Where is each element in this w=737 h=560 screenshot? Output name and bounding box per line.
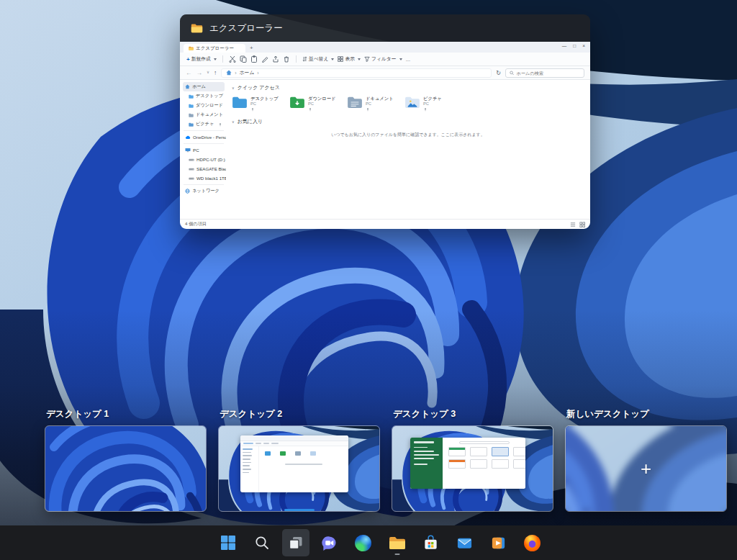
drive-icon: [189, 167, 194, 171]
divider: [222, 55, 223, 63]
pin-icon: [423, 107, 428, 112]
desktop-1-label: デスクトップ 1: [46, 408, 207, 420]
explorer-tab-bar: エクスプローラー + — □ ×: [180, 42, 590, 53]
running-indicator: [394, 554, 399, 556]
sidebar-item-desktop[interactable]: デスクトップ: [183, 91, 225, 101]
minimize-button[interactable]: —: [562, 43, 567, 48]
excel-template-card: [470, 459, 487, 469]
desktop-2[interactable]: デスクトップ 2: [218, 408, 380, 512]
window-card-titlebar[interactable]: エクスプローラー: [180, 14, 590, 42]
edge-button[interactable]: [350, 529, 377, 556]
favorites-empty-hint: いつでもお気に入りのファイルを簡単に確認できます。ここに表示されます。: [232, 132, 584, 138]
microsoft-store-button[interactable]: [417, 529, 445, 556]
sidebar-item-pc[interactable]: PC: [183, 145, 225, 155]
refresh-button[interactable]: ↻: [496, 70, 501, 76]
search-icon: [254, 535, 270, 551]
folder-icon: [189, 46, 194, 50]
paste-icon[interactable]: [250, 55, 258, 63]
recent-locations-button[interactable]: ∨: [207, 71, 209, 75]
forward-button[interactable]: →: [196, 70, 203, 76]
copy-icon[interactable]: [240, 55, 247, 63]
sidebar-item-drive-d[interactable]: HDPC-UT (D:): [183, 155, 225, 164]
new-desktop-tile[interactable]: +: [565, 425, 727, 512]
maximize-button[interactable]: □: [573, 43, 576, 48]
plus-icon: +: [641, 459, 651, 478]
new-button[interactable]: + 新規作成: [186, 55, 217, 63]
folder-icon: [189, 122, 194, 127]
window-thumbnail-explorer[interactable]: エクスプローラー エクスプローラー + — □ × + 新規作成: [180, 14, 590, 229]
task-view-button[interactable]: [282, 529, 309, 556]
search-button[interactable]: [248, 529, 276, 556]
close-button[interactable]: ×: [582, 43, 585, 48]
breadcrumb[interactable]: › ホーム ›: [221, 68, 492, 78]
favorites-header[interactable]: ∨ お気に入り: [232, 118, 584, 125]
share-icon[interactable]: [272, 55, 279, 63]
delete-icon[interactable]: [283, 55, 290, 63]
quick-access-tile-downloads[interactable]: ダウンロード PC: [289, 96, 344, 112]
new-tab-button[interactable]: +: [250, 45, 253, 51]
sort-arrows-icon: [302, 56, 307, 62]
firefox-button[interactable]: [519, 529, 546, 556]
explorer-window-preview[interactable]: エクスプローラー + — □ × + 新規作成: [180, 42, 590, 229]
chevron-down-icon: ∨: [232, 119, 235, 124]
sidebar-item-pictures[interactable]: ピクチャ: [183, 119, 225, 129]
new-desktop-label: 新しいデスクトップ: [566, 408, 727, 420]
chat-button[interactable]: [316, 529, 343, 556]
mail-button[interactable]: [451, 529, 479, 556]
explorer-address-bar: ← → ∨ ↑ › ホーム › ↻: [180, 66, 590, 80]
drive-icon: [189, 158, 194, 162]
quick-access-tile-desktop[interactable]: デスクトップ PC: [232, 96, 286, 112]
explorer-content: ∨ クイック アクセス デスクトップ PC: [226, 80, 590, 219]
chat-icon: [321, 535, 338, 551]
excel-template-card: [492, 459, 509, 469]
sidebar-item-onedrive[interactable]: OneDrive - Perso: [183, 132, 225, 142]
new-desktop[interactable]: 新しいデスクトップ +: [565, 408, 727, 512]
drive-icon: [189, 176, 194, 181]
desktop-1-thumbnail[interactable]: [45, 425, 207, 512]
sidebar-item-drive-e[interactable]: SEAGATE Black (E:): [183, 164, 225, 173]
quick-access-header[interactable]: ∨ クイック アクセス: [232, 84, 584, 91]
sort-button[interactable]: 並べ替え: [302, 55, 335, 63]
plus-icon: +: [186, 56, 190, 63]
back-button[interactable]: ←: [186, 70, 192, 76]
divider: [184, 130, 224, 131]
search-input[interactable]: [516, 71, 580, 76]
folder-icon: [189, 104, 194, 108]
folder-icon: [289, 96, 305, 109]
excel-template-card: [448, 459, 466, 469]
excel-template-card: [513, 447, 525, 456]
virtual-desktops-row: デスクトップ 1 デスクトップ 2: [45, 408, 727, 512]
quick-access-tile-pictures[interactable]: ピクチャ PC: [404, 96, 459, 112]
edge-icon: [355, 535, 371, 551]
chevron-down-icon: [331, 58, 334, 60]
sidebar-item-network[interactable]: ネットワーク: [183, 186, 225, 196]
sidebar-item-drive-f[interactable]: WD black1 1TB (F:): [183, 173, 225, 183]
sidebar-item-documents[interactable]: ドキュメント: [183, 110, 225, 119]
explorer-tab[interactable]: エクスプローラー: [184, 44, 245, 53]
cut-icon[interactable]: [229, 55, 236, 63]
desktop-2-thumbnail[interactable]: [218, 425, 380, 512]
start-button[interactable]: [214, 529, 242, 556]
up-button[interactable]: ↑: [214, 70, 217, 76]
desktop-3[interactable]: デスクトップ 3: [392, 408, 553, 512]
quick-access-tile-documents[interactable]: ドキュメント PC: [347, 96, 402, 112]
details-view-icon[interactable]: [570, 222, 576, 227]
filter-button[interactable]: フィルター: [364, 55, 402, 63]
media-player-button[interactable]: [485, 529, 512, 556]
pin-icon: [308, 107, 312, 112]
file-explorer-button[interactable]: [384, 529, 411, 556]
divider: [184, 184, 224, 185]
thumbnail-view-icon[interactable]: [579, 222, 585, 227]
view-grid-icon: [338, 56, 343, 62]
rename-icon[interactable]: [261, 55, 268, 63]
sidebar-item-home[interactable]: ホーム: [183, 82, 225, 91]
search-box[interactable]: [505, 68, 584, 78]
desktop-3-thumbnail[interactable]: [392, 425, 553, 512]
desktop-1[interactable]: デスクトップ 1: [45, 408, 207, 512]
desktop-2-label: デスクトップ 2: [220, 408, 380, 420]
view-button[interactable]: 表示: [338, 55, 361, 63]
folder-icon: [347, 96, 363, 109]
sidebar-item-downloads[interactable]: ダウンロード: [183, 101, 225, 110]
chevron-down-icon: ∨: [232, 86, 235, 90]
more-button[interactable]: …: [406, 57, 412, 62]
